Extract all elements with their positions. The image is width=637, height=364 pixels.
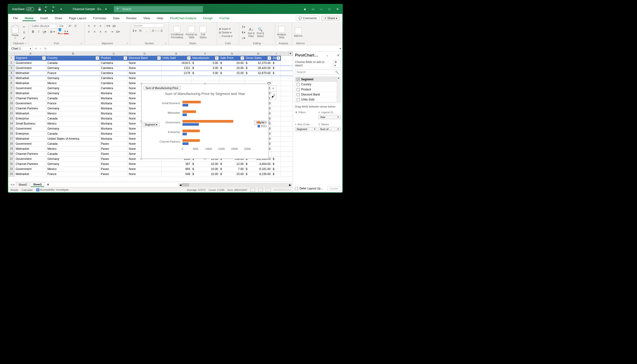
maximize-icon[interactable]: □ [327,7,331,11]
area-filters[interactable]: ▼ Filters [295,110,317,121]
filter-dropdown[interactable]: ▼ [215,56,219,60]
copy-icon[interactable]: ⎘ [22,30,27,35]
data-row[interactable]: 2GovernmentCanadaCarreteraNone1618.5$3.0… [8,61,293,66]
pivot-field-segment[interactable]: ✓Segment [295,77,340,82]
data-row[interactable]: 3GovernmentGermanyCarreteraNone1321$3.00… [8,66,293,71]
area-values[interactable]: Σ Values Sum of …▾ [318,122,341,133]
accept-formula-icon[interactable]: ✓ [40,47,42,50]
align-center-icon[interactable]: ≡ [92,29,97,34]
font-size-select[interactable]: 10 ▾ [58,24,67,28]
addins-button[interactable]: Add-ins [294,28,303,38]
minimize-icon[interactable]: — [319,7,323,11]
pivot-field-product[interactable]: Product [295,87,340,92]
autosave-toggle[interactable]: AutoSave ● Off [12,7,34,11]
collapse-pane-icon[interactable]: ⌄ [325,54,329,57]
data-row[interactable]: 5MidmarketGermanyCarreteraNone [8,76,293,81]
qat-more-icon[interactable]: ▾ [59,7,63,11]
tab-insert[interactable]: Insert [38,16,51,21]
pivot-search-input[interactable]: Search🔍 [295,70,340,75]
fill-icon[interactable]: ⬇▾ [241,30,246,35]
shrink-font-icon[interactable]: Aˇ [73,24,78,28]
currency-icon[interactable]: $ ▾ [132,28,137,33]
col-header-C[interactable]: C [100,52,128,56]
filter-dropdown[interactable]: ▼ [187,56,191,60]
sheet-nav-next[interactable]: ▶ [13,183,15,186]
underline-button[interactable]: U ▾ [42,29,47,34]
chart-plus-icon[interactable]: + [270,85,276,92]
align-mid-icon[interactable]: ≡ [92,24,97,28]
borders-icon[interactable]: ⊞ ▾ [50,29,55,34]
pivot-gear-icon[interactable]: ⚙ ▾ [333,60,340,68]
tab-formulas[interactable]: Formulas [91,16,109,21]
align-left-icon[interactable]: ≡ [86,29,91,34]
header-row[interactable]: 1Segment▼Country▼Product▼Discount Band▼U… [8,56,293,61]
collapse-ribbon-icon[interactable]: ˇ [337,40,342,45]
inc-decimal-icon[interactable]: .0→ [152,28,156,33]
area-legend[interactable]: ≡ Legend (S… Year▾ [318,110,341,121]
grow-font-icon[interactable]: A^ [68,24,73,28]
chart-brush-icon[interactable]: 🖌 [270,93,276,99]
formula-input[interactable] [49,47,338,50]
filter-dropdown[interactable]: ▼ [268,56,271,60]
data-row[interactable]: 4MidmarketFranceCarreteraNone2178$3.00$1… [8,71,293,76]
comma-icon[interactable]: , [144,28,148,33]
pivot-field-country[interactable]: Country [295,82,340,87]
share-button[interactable]: ↗ Share ▾ [321,16,340,21]
diamond-icon[interactable]: ◈ [303,7,307,11]
tab-design[interactable]: Design [201,16,215,21]
align-right-icon[interactable]: ≡ [98,29,103,34]
comments-button[interactable]: 💬 Comments [296,16,319,21]
tab-view[interactable]: View [141,16,152,21]
autosum-icon[interactable]: Σ▾ [241,24,246,29]
data-row[interactable]: 23GovernmentMexicoPaseoNone883$10.00$7.0… [8,167,293,172]
ribbon-mode-icon[interactable]: ▭ [311,7,315,11]
hscrollbar[interactable]: ◀▶ [179,183,292,186]
col-header-A[interactable]: A [15,52,47,56]
dec-decimal-icon[interactable]: ←.0 [157,28,162,33]
indent-icon[interactable]: ⇥ [110,29,114,34]
cell-styles-button[interactable]: Cell Styles [199,26,206,39]
outdent-icon[interactable]: ⇤ [104,29,109,34]
fill-color-icon[interactable]: 🪣▾ [58,29,63,34]
pivot-chart[interactable]: Sum of Manufacturing Price Segment ▾ Yea… [141,84,269,159]
data-row[interactable]: 22Channel PartnersGermanyPaseoNone367$10… [8,162,293,167]
close-icon[interactable]: ✕ [336,7,339,11]
cancel-formula-icon[interactable]: ✕ [35,47,37,50]
wrap-text-icon[interactable]: ab [112,24,117,28]
vscroll-up[interactable]: ▲ [288,52,292,56]
find-select-button[interactable]: 🔍Find & Select [257,28,264,38]
font-name-select[interactable]: Calibri (Body) ▾ [31,24,57,28]
save-icon[interactable]: 💾 [38,7,41,11]
delete-cells-button[interactable]: ⊟ Delete ▾ [219,31,233,34]
percent-icon[interactable]: % [138,28,143,33]
col-header-G[interactable]: G [219,52,245,56]
sheet-nav-prev[interactable]: ◀ [10,183,12,186]
col-header-F[interactable]: F [191,52,219,56]
tab-format[interactable]: Format [217,16,232,21]
view-page-layout-icon[interactable] [258,188,263,192]
analyze-data-button[interactable]: Analyze Data [277,26,286,39]
undo-icon[interactable]: ↶ ▾ [45,7,49,11]
filter-dropdown[interactable]: ▼ [241,56,244,60]
col-header-B[interactable]: B [47,52,100,56]
tab-review[interactable]: Review [124,16,139,21]
cut-icon[interactable]: ✂ [22,24,27,29]
chart-sum-pill[interactable]: Sum of Manufacturing Price [143,86,180,90]
tab-file[interactable]: File [11,16,21,21]
insert-cells-button[interactable]: ⊞ Insert ▾ [219,28,233,30]
clear-icon[interactable]: ◇▾ [241,36,246,40]
tab-help[interactable]: Help [154,16,166,21]
expand-fbar-icon[interactable]: ▾ [340,47,341,50]
merge-icon[interactable]: ⊡▾ [115,29,120,34]
col-header-H[interactable]: H [245,52,272,56]
defer-layout-checkbox[interactable] [295,187,298,190]
bold-button[interactable]: B [31,29,35,34]
fx-icon[interactable]: fx [44,47,47,50]
search-box[interactable]: 🔍 Search [114,6,203,12]
document-title[interactable]: Financial Sample - Ex…▾ [73,8,107,11]
view-normal-icon[interactable] [250,188,255,192]
sort-filter-button[interactable]: A↓Sort & Filter [248,28,255,38]
filter-dropdown[interactable]: ▼ [157,56,161,60]
tab-page-layout[interactable]: Page Layout [66,16,89,21]
sheet-tab-sheet1[interactable]: Sheet1 [31,182,45,187]
